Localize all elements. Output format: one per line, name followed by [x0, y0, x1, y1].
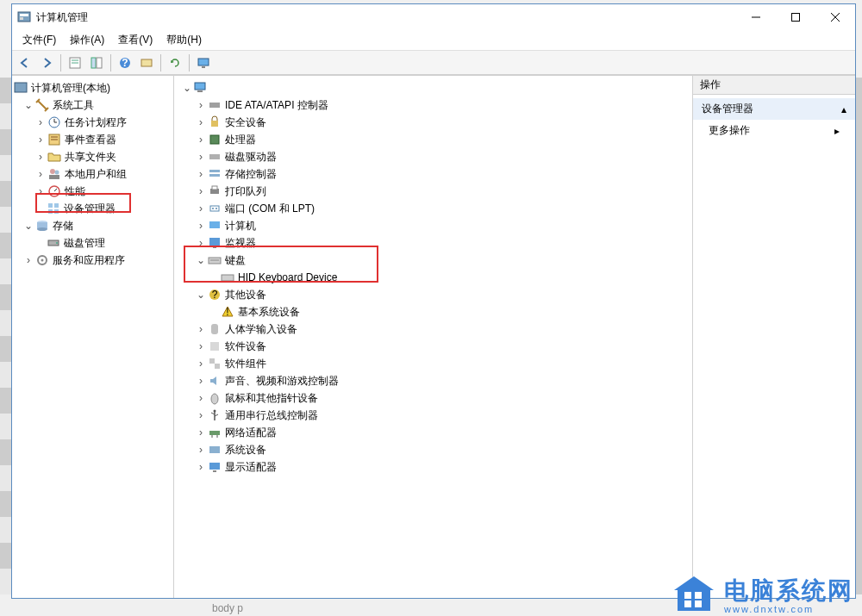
expand-icon[interactable]: › [195, 220, 207, 232]
menubar: 文件(F) 操作(A) 查看(V) 帮助(H) [12, 30, 855, 51]
svg-point-51 [212, 208, 214, 209]
expand-icon[interactable]: › [34, 168, 47, 180]
tree-task-scheduler[interactable]: › 任务计划程序 [12, 114, 173, 131]
port-icon [208, 202, 222, 215]
dev-other[interactable]: ⌄?其他设备 [174, 286, 692, 303]
tree-device-manager[interactable]: 设备管理器 [12, 200, 173, 217]
menu-file[interactable]: 文件(F) [16, 31, 63, 49]
dev-sound[interactable]: ›声音、视频和游戏控制器 [174, 372, 692, 389]
expand-icon[interactable]: › [195, 323, 207, 335]
expand-icon[interactable]: › [195, 409, 207, 421]
nav-forward-button[interactable] [37, 53, 56, 72]
menu-view[interactable]: 查看(V) [111, 31, 159, 49]
unknown-icon: ? [208, 288, 222, 302]
expand-icon[interactable]: › [195, 99, 207, 111]
tree-shared-folders[interactable]: › 共享文件夹 [12, 148, 173, 165]
watermark-url: www.dnxtw.com [724, 605, 814, 614]
collapse-icon[interactable]: ⌄ [22, 99, 34, 111]
dev-computer[interactable]: ›计算机 [174, 217, 692, 234]
maximize-button[interactable] [776, 4, 815, 30]
collapse-icon[interactable]: ⌄ [22, 220, 34, 232]
menu-help[interactable]: 帮助(H) [159, 31, 209, 49]
expand-icon[interactable]: › [195, 340, 207, 352]
display-adapter-icon [208, 460, 222, 474]
dev-processor[interactable]: ›处理器 [174, 131, 692, 148]
tree-local-users[interactable]: › 本地用户和组 [12, 165, 173, 183]
dev-network[interactable]: ›网络适配器 [174, 424, 692, 441]
dev-software-devices[interactable]: ›软件设备 [174, 338, 692, 355]
dev-print-queues[interactable]: ›打印队列 [174, 183, 692, 200]
expand-icon[interactable]: › [195, 426, 207, 439]
dev-display[interactable]: ›显示适配器 [174, 458, 692, 476]
expand-icon[interactable]: › [195, 358, 207, 370]
expand-icon[interactable]: › [34, 116, 47, 128]
close-button[interactable] [815, 4, 855, 30]
left-tree-panel: 计算机管理(本地) ⌄ 系统工具 › 任务计划程序 › 事件查看器 › 共享文件… [12, 76, 174, 598]
properties-button[interactable] [66, 53, 84, 72]
dev-root[interactable]: ⌄ [174, 79, 692, 96]
dev-usb[interactable]: ›通用串行总线控制器 [174, 407, 692, 424]
tree-performance[interactable]: › 性能 [12, 183, 173, 200]
svg-rect-65 [215, 364, 220, 369]
svg-point-66 [211, 394, 218, 404]
dev-hid-keyboard[interactable]: HID Keyboard Device [174, 269, 692, 286]
svg-rect-78 [695, 592, 702, 599]
tree-event-viewer[interactable]: › 事件查看器 [12, 131, 173, 148]
dev-monitors[interactable]: ›监视器 [174, 234, 692, 252]
tree-system-tools[interactable]: ⌄ 系统工具 [12, 96, 173, 114]
app-icon [17, 10, 31, 24]
dev-disk-drives[interactable]: ›磁盘驱动器 [174, 148, 692, 165]
dev-basic-system[interactable]: !基本系统设备 [174, 303, 692, 320]
actions-group-title[interactable]: 设备管理器 ▴ [693, 98, 855, 120]
toolbar: ? [12, 51, 855, 75]
show-hide-tree-button[interactable] [87, 53, 106, 72]
warning-icon: ! [221, 305, 234, 319]
dev-mouse[interactable]: ›鼠标和其他指针设备 [174, 389, 692, 407]
drive-icon [208, 150, 222, 164]
dev-storage-controllers[interactable]: ›存储控制器 [174, 165, 692, 183]
tree-storage[interactable]: ⌄ 存储 [12, 217, 173, 234]
users-icon [47, 167, 61, 181]
expand-icon[interactable]: › [34, 151, 47, 163]
svg-rect-2 [20, 17, 23, 20]
dev-software-components[interactable]: ›软件组件 [174, 355, 692, 372]
dev-hid[interactable]: ›人体学输入设备 [174, 320, 692, 338]
tree-services-apps[interactable]: › 服务和应用程序 [12, 252, 173, 269]
expand-icon[interactable]: › [34, 134, 47, 146]
dev-system[interactable]: ›系统设备 [174, 441, 692, 458]
dev-ide[interactable]: ›IDE ATA/ATAPI 控制器 [174, 96, 692, 114]
tree-root-computer-management[interactable]: 计算机管理(本地) [12, 79, 173, 96]
collapse-icon[interactable]: ⌄ [195, 254, 207, 266]
clock-icon [47, 115, 61, 129]
scan-hardware-button[interactable] [137, 53, 156, 72]
dev-ports[interactable]: ›端口 (COM 和 LPT) [174, 200, 692, 217]
collapse-arrow-icon: ▴ [841, 103, 846, 115]
nav-back-button[interactable] [16, 53, 34, 72]
expand-icon[interactable]: › [195, 185, 207, 197]
menu-action[interactable]: 操作(A) [63, 31, 111, 49]
expand-icon[interactable]: › [195, 134, 207, 146]
expand-icon[interactable]: › [195, 444, 207, 456]
collapse-icon[interactable]: ⌄ [195, 289, 207, 301]
expand-icon[interactable]: › [195, 202, 207, 215]
tree-disk-management[interactable]: 磁盘管理 [12, 234, 173, 252]
minimize-button[interactable] [736, 4, 776, 30]
expand-icon[interactable]: › [22, 254, 34, 266]
dev-keyboards[interactable]: ⌄键盘 [174, 252, 692, 269]
help-button[interactable]: ? [116, 53, 134, 72]
svg-point-25 [55, 171, 59, 175]
expand-icon[interactable]: › [195, 116, 207, 128]
expand-icon[interactable]: › [195, 168, 207, 180]
actions-more[interactable]: 更多操作 ▸ [693, 120, 855, 141]
expand-icon[interactable]: › [195, 375, 207, 387]
expand-icon[interactable]: › [195, 237, 207, 249]
expand-icon[interactable]: › [34, 185, 47, 197]
expand-icon[interactable]: › [195, 461, 207, 473]
usb-icon [208, 408, 222, 422]
monitor-button[interactable] [194, 53, 213, 72]
dev-security[interactable]: ›安全设备 [174, 114, 692, 131]
refresh-button[interactable] [166, 53, 184, 72]
collapse-icon[interactable]: ⌄ [181, 82, 193, 94]
expand-icon[interactable]: › [195, 392, 207, 404]
expand-icon[interactable]: › [195, 151, 207, 163]
